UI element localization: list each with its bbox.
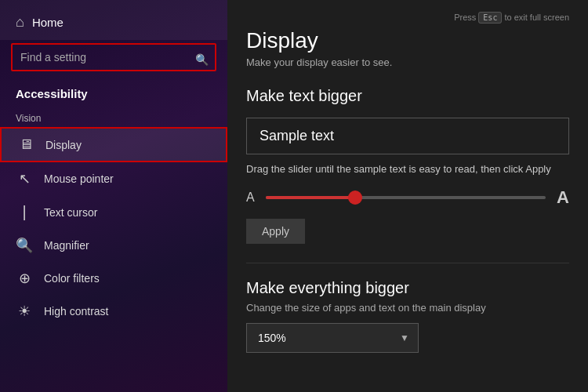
search-container: 🔍	[0, 40, 227, 79]
text-size-slider[interactable]	[266, 196, 546, 199]
color-filters-icon: ⊕	[16, 270, 33, 287]
high-contrast-icon: ☀	[16, 303, 33, 320]
sidebar-home-label: Home	[32, 16, 64, 29]
sidebar: ⌂ Home 🔍 Accessibility Vision 🖥 Display …	[0, 0, 227, 392]
slider-thumb[interactable]	[348, 191, 362, 205]
apply-button[interactable]: Apply	[246, 219, 305, 244]
main-content: Press Esc to exit full screen Display Ma…	[227, 0, 588, 392]
sidebar-home-item[interactable]: ⌂ Home	[0, 0, 227, 40]
section-divider	[246, 263, 569, 263]
sidebar-item-label: Display	[45, 139, 82, 151]
display-icon: 🖥	[17, 136, 34, 153]
page-title: Display	[246, 28, 569, 53]
make-text-bigger-title: Make text bigger	[246, 87, 569, 105]
sidebar-item-label: Mouse pointer	[44, 172, 114, 185]
mouse-pointer-icon: ↖	[16, 170, 33, 187]
sidebar-item-color-filters[interactable]: ⊕ Color filters	[0, 262, 227, 295]
display-scale-dropdown-container: 100% 125% 150% 175% 200% ▼	[246, 323, 419, 353]
search-input[interactable]	[11, 43, 216, 71]
sidebar-vision-subsection: Vision	[0, 107, 227, 127]
display-scale-select[interactable]: 100% 125% 150% 175% 200%	[246, 323, 419, 353]
sidebar-item-mouse-pointer[interactable]: ↖ Mouse pointer	[0, 162, 227, 195]
magnifier-icon: 🔍	[16, 237, 33, 254]
slider-instruction: Drag the slider until the sample text is…	[246, 162, 569, 176]
slider-label-large: A	[557, 187, 569, 208]
slider-fill	[266, 196, 355, 199]
make-everything-bigger-title: Make everything bigger	[246, 279, 569, 297]
text-size-slider-row: A A	[246, 187, 569, 208]
make-everything-bigger-desc: Change the size of apps and text on the …	[246, 302, 569, 314]
sidebar-item-label: Magnifier	[44, 239, 89, 252]
slider-label-small: A	[246, 191, 255, 205]
sidebar-item-display[interactable]: 🖥 Display	[0, 127, 227, 162]
text-cursor-icon: |	[16, 203, 33, 221]
sidebar-item-magnifier[interactable]: 🔍 Magnifier	[0, 229, 227, 262]
sidebar-item-label: Color filters	[44, 272, 100, 285]
page-subtitle: Make your display easier to see.	[246, 56, 569, 68]
home-icon: ⌂	[16, 14, 24, 31]
search-icon: 🔍	[195, 53, 209, 66]
sample-text-display: Sample text	[246, 118, 569, 154]
esc-hint: Press Esc to exit full screen	[246, 13, 569, 22]
sidebar-item-text-cursor[interactable]: | Text cursor	[0, 195, 227, 229]
sidebar-item-high-contrast[interactable]: ☀ High contrast	[0, 295, 227, 328]
sidebar-section-title: Accessibility	[0, 79, 227, 107]
sidebar-item-label: High contrast	[44, 305, 108, 318]
sidebar-item-label: Text cursor	[44, 206, 97, 219]
